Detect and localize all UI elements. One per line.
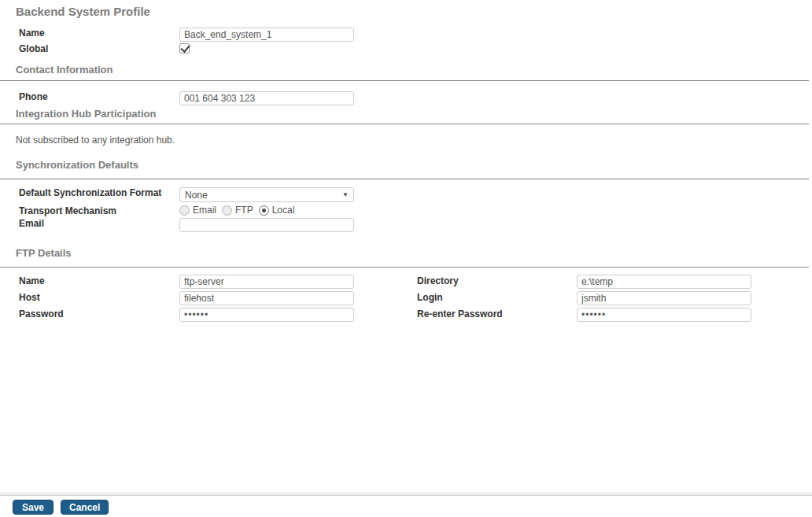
sync-format-label: Default Synchronization Format — [19, 187, 161, 198]
global-checkbox[interactable] — [179, 43, 190, 54]
save-button[interactable]: Save — [13, 500, 54, 515]
integration-hub-header: Integration Hub Participation — [16, 108, 156, 120]
page-title: Backend System Profile — [16, 5, 150, 18]
sync-format-selected-value: None — [185, 190, 208, 201]
integration-hub-status: Not subscribed to any integration hub. — [16, 135, 175, 146]
email-label: Email — [19, 218, 44, 229]
ftp-login-label: Login — [417, 292, 443, 303]
transport-radio-email-label[interactable]: Email — [193, 205, 216, 216]
contact-information-header: Contact Information — [16, 64, 113, 76]
section-divider — [0, 179, 809, 179]
chevron-down-icon: ▼ — [342, 191, 349, 198]
backend-system-profile-page: Backend System Profile Name Global Conta… — [0, 0, 812, 517]
ftp-login-input[interactable] — [577, 291, 751, 305]
name-label: Name — [19, 28, 45, 39]
ftp-password-label: Password — [19, 308, 64, 319]
transport-mechanism-label: Transport Mechanism — [19, 205, 116, 216]
ftp-directory-label: Directory — [417, 275, 459, 286]
ftp-host-input[interactable] — [179, 291, 354, 305]
ftp-directory-input[interactable] — [577, 275, 751, 289]
section-divider — [0, 124, 809, 124]
transport-mechanism-radio-group: Email FTP Local — [179, 205, 300, 216]
transport-radio-email[interactable] — [179, 205, 190, 216]
name-input[interactable] — [179, 28, 354, 42]
sync-defaults-header: Synchronization Defaults — [16, 159, 138, 171]
ftp-name-input[interactable] — [179, 275, 354, 289]
transport-radio-local-label[interactable]: Local — [272, 205, 295, 216]
ftp-name-label: Name — [19, 275, 45, 286]
ftp-reenter-password-input[interactable] — [577, 308, 751, 322]
transport-radio-ftp-label[interactable]: FTP — [235, 205, 253, 216]
section-divider — [0, 267, 809, 268]
email-input[interactable] — [179, 218, 354, 232]
phone-input[interactable] — [179, 91, 354, 105]
ftp-password-input[interactable] — [179, 308, 354, 322]
ftp-reenter-password-label: Re-enter Password — [417, 308, 503, 319]
ftp-host-label: Host — [19, 292, 40, 303]
ftp-details-header: FTP Details — [16, 247, 72, 259]
transport-radio-local[interactable] — [259, 205, 269, 216]
cancel-button[interactable]: Cancel — [61, 500, 109, 515]
transport-radio-ftp[interactable] — [222, 205, 232, 216]
sync-format-select[interactable]: None ▼ — [179, 187, 354, 202]
section-divider — [0, 80, 809, 81]
footer-divider — [0, 491, 812, 496]
global-label: Global — [19, 43, 48, 54]
phone-label: Phone — [19, 91, 48, 102]
